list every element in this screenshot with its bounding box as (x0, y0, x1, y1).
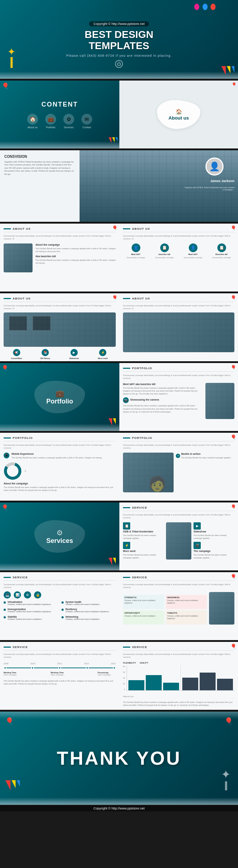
balloon-services: 🎈 (2, 504, 8, 510)
portfolio-hero-panel: 🎈 💼 Portfolio (0, 363, 119, 431)
consvision-left: CONSVISION Together with STIB & Tribal A… (0, 150, 80, 222)
bar-1a (128, 680, 144, 690)
srv-list-item-5: Resiliency Vmware, unified and recent in… (61, 608, 116, 613)
service-header: SERVICE (123, 506, 234, 511)
portfolio-accent (123, 368, 130, 369)
swot-intro: Successively converge dependably, accomm… (123, 583, 234, 589)
swot-t-title: THREATS (167, 612, 205, 614)
about-home-icon: 🏠 (176, 109, 182, 115)
srv-li-text-5: Vmware, unified and recent installation … (65, 610, 109, 613)
mobile-title: Mobile Experience (12, 453, 102, 455)
item-text-2: The Gorillaz Bandit has been created a c… (35, 259, 116, 265)
y-40: 40 (123, 677, 125, 679)
portfolio-detail-text: Successively converge dependably, accomm… (123, 374, 234, 380)
showcase-block: 📷 Showcasing the camera The Gorillaz Ban… (123, 397, 203, 413)
year-3: 2011 (57, 662, 62, 665)
list-dot-3 (4, 616, 6, 618)
swot-o-title: OPPORTUNITY (124, 612, 163, 614)
pi-t1: Basilis in action (181, 453, 232, 455)
bar-group-3 (163, 665, 179, 690)
nav-item-contact[interactable]: ✉ Contact (81, 114, 92, 129)
about-header-right-2: ABOUT US (123, 297, 234, 302)
nav-item-portfolio[interactable]: 💼 Portfolio (45, 114, 56, 129)
swot-opportunity: OPPORTUNITY Vmware, unified and recent i… (123, 610, 164, 625)
service-item-4: 🎬 The campaign The Gorillaz Bandit has b… (194, 542, 234, 560)
person-name: James Jackson (210, 179, 234, 183)
natural-low-label: Natural Low (123, 692, 234, 699)
service-two-cols: Virtualization Vmware, unified and recen… (4, 601, 116, 623)
srv-icon-2: ⚡ (123, 542, 130, 549)
icon-l2: BH library (41, 357, 50, 359)
srv-accent (4, 577, 11, 578)
bar-4a (182, 678, 198, 690)
srv-icon-4: 🎬 (194, 542, 201, 549)
slide-services-row: 🎈 ⚙ Services SERVICE Successively conver… (0, 502, 238, 571)
balloon-blue (203, 4, 208, 10)
balloon-8: 🎈 (231, 504, 236, 509)
icon-c3: ▶ (71, 349, 78, 356)
hero-subtitle: Please call (843) 608-9726 if you are in… (66, 54, 172, 57)
bar-6a (217, 679, 233, 690)
about-image-3 (123, 312, 234, 352)
mobile-row: 📱 Mobile Experience The Gorillaz Bandit … (4, 453, 116, 459)
sail-s1 (109, 137, 111, 143)
srv-icon-1: 📋 (123, 522, 130, 530)
swot-s-text: Vmware, unified and recent installation … (124, 599, 163, 604)
srv-col-b: System health Vmware, unified and recent… (61, 601, 116, 623)
chart-desc: The Gorillaz Bandit has been created a c… (123, 701, 234, 707)
srv-list-item-6: Networking Vmware, unified and recent in… (61, 616, 116, 621)
srv-li-title-1: Virtualization (8, 601, 51, 603)
icon-c4: ⚡ (99, 349, 106, 356)
srv-li-5: Resiliency Vmware, unified and recent in… (65, 608, 109, 613)
swot-w-text: Vmware, unified and recent installation … (167, 599, 205, 604)
about-icons-row: 👤 Meet billY Successively converge 📋 bas… (123, 243, 234, 259)
portfolio-header-2: PORTFOLIO (4, 436, 116, 441)
nav-item-services[interactable]: ⚙ Services (63, 114, 74, 129)
year-5: 2013 (111, 662, 116, 665)
bar-group-5 (200, 665, 216, 690)
balloon-12: 🎈 (231, 644, 236, 649)
power-button[interactable]: ⏻ (115, 60, 123, 68)
accent-p2 (4, 437, 11, 439)
slide-thankyou: 🎈 🎈 ✦ THANK YOU (0, 712, 238, 806)
srv-text-2: The Gorillaz Bandit has been created cam… (123, 553, 164, 560)
slide-service-lists: SERVICE Successively converge dependably… (0, 572, 238, 641)
about-left-1: ABOUT US Successively converge dependabl… (0, 224, 119, 292)
portfolio-info-col: ✦ Basilis in action The Gorillaz Bandit … (176, 453, 234, 492)
t-dot-1 (4, 666, 7, 669)
list-dot-5 (61, 609, 64, 611)
item-title-1: About the campaign (35, 243, 116, 246)
srv-li-2: Homogenization Vmware, unified and recen… (8, 608, 51, 613)
legend-flex: FLEXIBILITY (123, 662, 136, 664)
nav-icon-about: 🏠 (27, 114, 38, 125)
person-avatar: 👤 (205, 157, 224, 176)
srv-li-text-4: Vmware, unified and recent installation (65, 603, 99, 606)
img-overlay (4, 243, 33, 272)
icon-c2: 📚 (42, 349, 49, 356)
swot-grid: STRENGTH Vmware, unified and recent inst… (123, 595, 207, 625)
bar-group-6 (217, 665, 233, 690)
srv-li-title-4: System health (65, 601, 99, 603)
swot-layout: STRENGTH Vmware, unified and recent inst… (123, 592, 234, 625)
balloon-5: 🎈 (231, 365, 236, 370)
chart-accent (123, 647, 130, 648)
ty-windmill-blades: ✦ (221, 768, 231, 781)
srv-img-overlay (166, 522, 191, 560)
icon-c1: 📢 (13, 349, 20, 356)
services-hero-panel: 🎈 ⚙ Services (0, 502, 119, 570)
hero-title-line1: BEST DESIGN (85, 29, 153, 40)
service-col-1: 📋 ODB & Tribal Amsterdam The Gorillaz Ba… (123, 522, 164, 560)
srv-li-text-1: Vmware, unified and recent installation … (8, 603, 51, 606)
icon-1: 👤 (132, 243, 140, 252)
srv-title-1: ODB & Tribal Amsterdam (123, 530, 164, 533)
timeline-area: 2009 2010 2011 2012 2013 Meeting (4, 662, 116, 686)
windmill-blades: ✦ (7, 47, 16, 57)
nav-item-about[interactable]: 🏠 About us (27, 114, 38, 129)
swot-s-title: STRENGTH (124, 596, 163, 599)
swot-weakness: WEEDNESS Vmware, unified and recent inst… (166, 595, 207, 609)
consvision-text: Together with STIB & Tribal Amsterdam we… (4, 160, 75, 176)
icon-item-1: 👤 Meet billY Successively converge (123, 243, 149, 259)
icon-sl3: Campaign text (68, 360, 80, 362)
srv-list-item-1: Virtualization Vmware, unified and recen… (4, 601, 58, 606)
srv-li-text-2: Vmware, unified and recent installation … (8, 610, 51, 613)
